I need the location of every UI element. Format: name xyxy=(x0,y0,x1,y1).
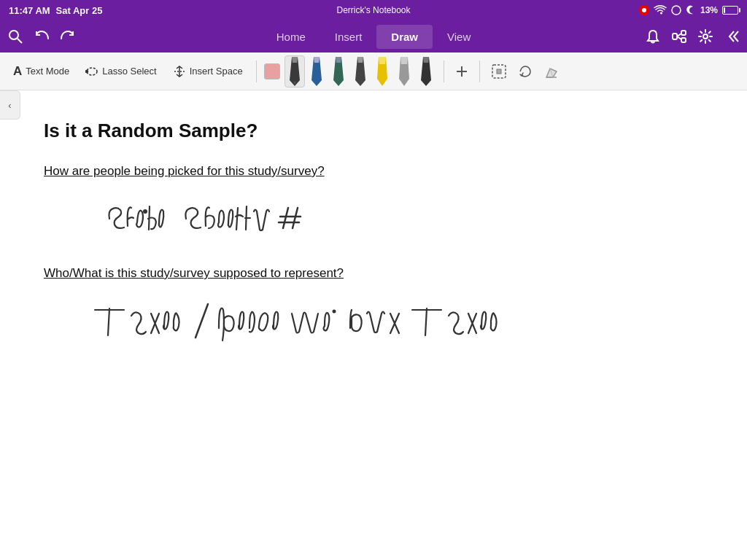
wifi-icon xyxy=(654,5,667,15)
tab-insert[interactable]: Insert xyxy=(320,25,377,49)
svg-rect-5 xyxy=(681,38,686,42)
svg-line-38 xyxy=(196,304,208,338)
svg-line-37 xyxy=(108,308,109,335)
color-swatch[interactable] xyxy=(264,63,280,79)
svg-marker-14 xyxy=(314,57,320,63)
nav-bar: Home Insert Draw View xyxy=(0,20,747,52)
tab-draw[interactable]: Draw xyxy=(376,25,433,49)
status-left: 11:47 AM Sat Apr 25 xyxy=(9,5,102,16)
nav-tabs: Home Insert Draw View xyxy=(262,25,485,49)
svg-marker-12 xyxy=(292,57,298,63)
svg-rect-3 xyxy=(673,34,677,39)
share-icon[interactable] xyxy=(671,28,687,44)
status-bar: 11:47 AM Sat Apr 25 Derrick's Notebook 1… xyxy=(0,0,747,20)
eraser-btn[interactable] xyxy=(540,60,563,83)
insert-space-icon xyxy=(173,65,186,78)
question-1: How are people being picked for this stu… xyxy=(44,164,703,179)
add-tool-btn[interactable] xyxy=(452,61,472,82)
moon-icon xyxy=(686,5,696,15)
svg-rect-4 xyxy=(681,31,686,35)
toolbar-divider-1 xyxy=(256,61,257,82)
svg-line-2 xyxy=(18,39,22,43)
date-display: Sat Apr 25 xyxy=(56,5,103,16)
pen-tool-3[interactable] xyxy=(328,55,349,88)
toolbar: A Text Mode Lasso Select Insert Space xyxy=(0,52,747,90)
sidebar-toggle-btn[interactable]: ‹ xyxy=(0,90,20,120)
svg-point-6 xyxy=(703,34,708,39)
handwriting-answer-1 xyxy=(73,186,703,244)
svg-marker-18 xyxy=(357,57,363,63)
text-mode-icon: A xyxy=(13,64,22,79)
sidebar-toggle-icon: ‹ xyxy=(8,100,11,111)
draw-tools: ▾ xyxy=(285,55,436,88)
circle-status-icon xyxy=(671,5,681,15)
tab-home[interactable]: Home xyxy=(262,25,320,49)
question-2: Who/What is this study/survey supposed t… xyxy=(44,266,703,281)
status-right: 13% xyxy=(639,5,738,15)
tab-view[interactable]: View xyxy=(433,25,485,49)
page-title: Is it a Random Sample? xyxy=(44,120,703,142)
search-icon[interactable] xyxy=(7,28,23,44)
svg-line-41 xyxy=(425,308,427,335)
text-mode-btn[interactable]: A Text Mode xyxy=(7,61,75,82)
highlighter-1[interactable] xyxy=(372,55,392,88)
svg-marker-24 xyxy=(423,57,429,63)
nav-icons-right xyxy=(645,28,740,44)
svg-marker-20 xyxy=(379,57,386,64)
toolbar-divider-2 xyxy=(444,61,444,82)
pen-tool-1[interactable]: ▾ xyxy=(285,55,305,88)
main-content: Is it a Random Sample? How are people be… xyxy=(0,90,747,560)
svg-point-1 xyxy=(9,31,18,39)
svg-marker-16 xyxy=(336,57,341,63)
undo-icon[interactable] xyxy=(34,28,50,44)
svg-marker-22 xyxy=(400,57,408,64)
selection-shape-btn[interactable] xyxy=(487,60,511,83)
time-display: 11:47 AM xyxy=(9,5,50,16)
battery-icon xyxy=(722,6,738,15)
svg-rect-28 xyxy=(497,69,501,74)
battery-pct: 13% xyxy=(700,5,718,15)
svg-point-8 xyxy=(86,70,88,72)
toolbar-divider-3 xyxy=(479,61,480,82)
svg-point-39 xyxy=(333,310,336,314)
svg-point-0 xyxy=(672,6,681,15)
highlighter-2[interactable] xyxy=(394,55,414,88)
pen-tool-4[interactable] xyxy=(350,55,371,88)
handwriting-answer-2 xyxy=(73,288,703,354)
svg-line-33 xyxy=(293,208,298,228)
text-mode-label: Text Mode xyxy=(26,66,69,77)
lasso-icon xyxy=(85,65,98,78)
notebook-name: Derrick's Notebook xyxy=(337,5,411,15)
svg-point-31 xyxy=(143,209,147,214)
insert-space-btn[interactable]: Insert Space xyxy=(167,61,249,82)
collapse-icon[interactable] xyxy=(724,28,740,44)
lasso-label: Lasso Select xyxy=(102,66,156,77)
lasso-shape-btn[interactable] xyxy=(514,60,537,83)
pen-tool-2[interactable] xyxy=(306,55,327,88)
shape-tools xyxy=(487,60,563,83)
pen-tool-dark[interactable] xyxy=(416,55,436,88)
lasso-select-btn[interactable]: Lasso Select xyxy=(80,61,162,82)
svg-line-32 xyxy=(283,208,288,228)
bell-icon[interactable] xyxy=(645,28,661,44)
recording-dot xyxy=(639,5,649,15)
insert-space-label: Insert Space xyxy=(190,66,243,77)
nav-icons-left xyxy=(7,28,76,44)
redo-icon[interactable] xyxy=(60,28,76,44)
settings-icon[interactable] xyxy=(697,28,713,44)
